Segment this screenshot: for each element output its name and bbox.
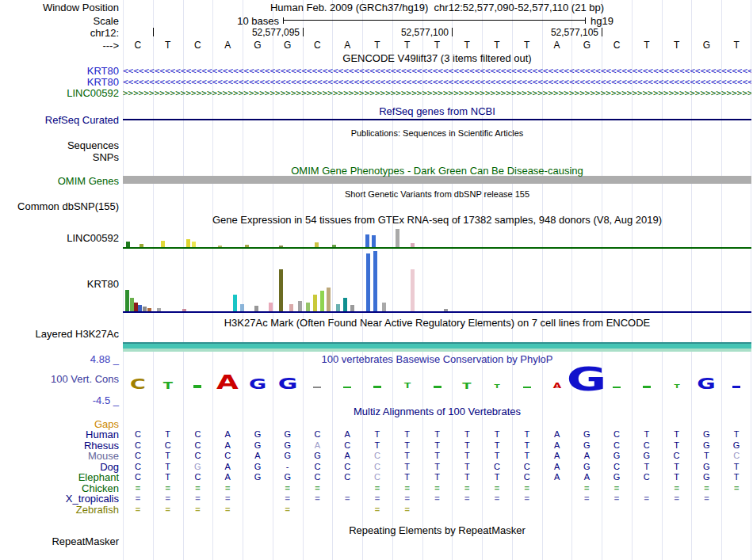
alignment-base: G (254, 429, 262, 439)
species-label-human[interactable]: Human (0, 429, 119, 440)
h3k27ac-title[interactable]: H3K27Ac Mark (Often Found Near Active Re… (123, 317, 751, 329)
alignment-base: = (405, 505, 410, 514)
sequence-base: G (703, 40, 710, 51)
alignment-base: A (224, 429, 230, 439)
alignment-base: C (613, 429, 620, 439)
alignment-base: A (554, 440, 560, 450)
sequence-base: A (224, 40, 231, 51)
omim-genes-bar[interactable] (123, 176, 751, 184)
alignment-base: A (224, 440, 230, 450)
alignment-base: G (613, 472, 621, 482)
gtex-expression-bar (233, 295, 237, 312)
alignment-base: G (703, 429, 710, 439)
gtex-expression-bar (396, 229, 399, 248)
phylop-logo-letter: G (698, 376, 716, 391)
alignment-base: C (314, 462, 320, 471)
gencode-title[interactable]: GENCODE V49lift37 (3 items filtered out) (123, 52, 751, 64)
alignment-base: = (495, 493, 499, 503)
track-label-repeatmasker[interactable]: RepeatMasker (0, 535, 119, 547)
alignment-base: G (194, 462, 201, 471)
alignment-base: T (434, 440, 440, 450)
repeatmasker-title[interactable]: Repeating Elements by RepeatMasker (123, 524, 751, 536)
dbsnp-title[interactable]: Short Genetic Variants from dbSNP releas… (123, 189, 751, 199)
alignment-base: = (165, 493, 170, 503)
alignment-base: T (404, 462, 410, 471)
alignment-base: C (135, 451, 141, 460)
sequence-base: A (554, 40, 560, 51)
alignment-base: T (524, 440, 529, 450)
alignment-base: C (314, 429, 320, 439)
alignment-base: = (285, 493, 289, 503)
alignment-base: G (583, 440, 591, 450)
species-label-zebrafish[interactable]: Zebrafish (0, 504, 119, 516)
alignment-base: T (495, 440, 500, 450)
sequence-base: A (344, 40, 350, 51)
phylop-logo-mark (732, 386, 740, 388)
alignment-base: A (224, 462, 230, 471)
alignment-base: T (674, 462, 679, 471)
alignment-base: C (194, 472, 201, 482)
alignment-base: T (404, 429, 410, 439)
track-label-krt80[interactable]: KRT80 (0, 65, 119, 77)
sequence-base: T (165, 40, 170, 51)
track-label-gtex-krt80[interactable]: KRT80 (0, 278, 119, 290)
phylop-logo-letter: G (567, 364, 606, 396)
gencode-item-krt80[interactable]: <<<<<<<<<<<<<<<<<<<<<<<<<<<<<<<<<<<<<<<<… (123, 66, 751, 76)
alignment-base: = (434, 493, 439, 503)
alignment-base: = (614, 493, 619, 503)
track-label-sequences[interactable]: Sequences (0, 139, 119, 151)
alignment-base: A (224, 472, 230, 482)
refseq-curated-line[interactable] (123, 119, 751, 120)
track-label-omim-genes[interactable]: OMIM Genes (0, 175, 119, 187)
track-label-layered-h3k27ac[interactable]: Layered H3K27Ac (0, 328, 119, 340)
alignment-base: T (165, 451, 170, 460)
sequence-base: T (434, 40, 440, 51)
track-label-krt80[interactable]: KRT80 (0, 76, 119, 88)
h3k27ac-layered-band[interactable] (123, 342, 751, 352)
alignment-base: = (704, 493, 709, 503)
phylop-title[interactable]: 100 vertebrates Basewise Conservation by… (123, 353, 751, 365)
track-label-snps[interactable]: SNPs (0, 151, 119, 163)
alignment-base: C (524, 462, 530, 471)
phylop-logo-mark (434, 386, 441, 388)
gtex-expression-bar (343, 298, 347, 312)
publications-title[interactable]: Publications: Sequences in Scientific Ar… (123, 128, 751, 138)
alignment-base: = (195, 493, 200, 503)
gencode-item-krt80[interactable]: <<<<<<<<<<<<<<<<<<<<<<<<<<<<<<<<<<<<<<<<… (123, 77, 751, 87)
species-label-mouse[interactable]: Mouse (0, 450, 119, 462)
track-label-common-dbsnp[interactable]: Common dbSNP(155) (0, 200, 119, 212)
alignment-base: T (644, 429, 649, 439)
alignment-base: C (194, 429, 201, 439)
alignment-base: = (525, 483, 529, 493)
alignment-base: G (613, 451, 621, 460)
track-label-linc00592[interactable]: LINC00592 (0, 87, 119, 99)
alignment-base: A (554, 472, 560, 482)
multiz-title[interactable]: Multiz Alignments of 100 Vertebrates (123, 406, 751, 417)
alignment-base: G (284, 472, 291, 482)
alignment-base: = (405, 483, 410, 493)
alignment-base: C (135, 440, 141, 450)
alignment-base: = (225, 505, 230, 514)
species-label-elephant[interactable]: Elephant (0, 471, 119, 483)
track-label-gtex-linc00592[interactable]: LINC00592 (0, 232, 119, 244)
alignment-base: - (286, 462, 289, 471)
phylop-logo-mark (643, 386, 651, 388)
alignment-base: = (464, 483, 469, 493)
alignment-base: G (254, 462, 262, 471)
alignment-base: T (464, 462, 470, 471)
alignment-base: G (703, 462, 710, 471)
species-label-x_tropicalis[interactable]: X_tropicalis (0, 493, 119, 505)
position-tick (602, 28, 602, 36)
phylop-logo-mark (343, 387, 351, 388)
alignment-base: = (674, 493, 678, 503)
alignment-base: A (315, 440, 320, 450)
alignment-base: T (464, 451, 470, 460)
track-label-refseq-curated[interactable]: RefSeq Curated (0, 114, 119, 126)
refseq-title[interactable]: RefSeq genes from NCBI (123, 105, 751, 117)
track-label-100-vert-cons[interactable]: 100 Vert. Cons (0, 373, 119, 385)
gtex-title[interactable]: Gene Expression in 54 tissues from GTEx … (123, 214, 751, 226)
omim-title[interactable]: OMIM Gene Phenotypes - Dark Green Can Be… (123, 165, 751, 177)
gencode-item-linc00592[interactable]: >>>>>>>>>>>>>>>>>>>>>>>>>>>>>>>>>>>>>>>>… (123, 88, 751, 98)
alignment-base: A (254, 451, 260, 460)
sequence-base: T (494, 40, 499, 51)
